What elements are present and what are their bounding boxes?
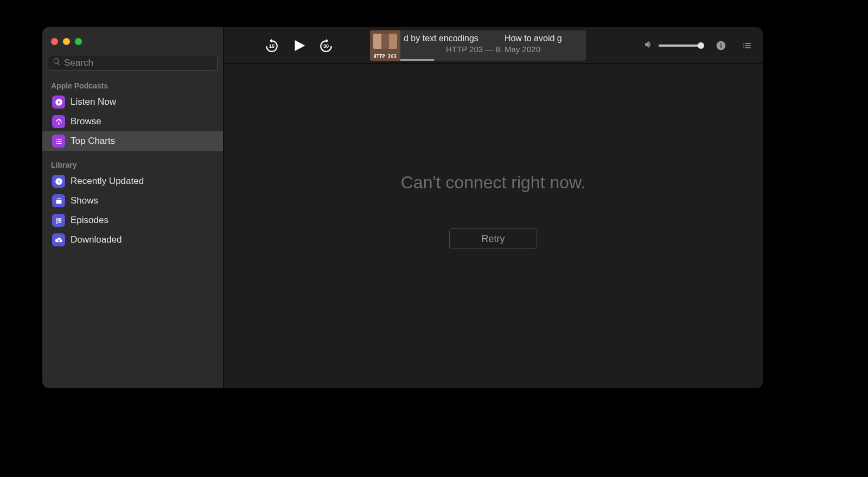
sidebar-item-top-charts[interactable]: Top Charts <box>42 131 223 151</box>
episode-title-marquee: d by text encodings How to avoid g <box>400 34 586 43</box>
connection-error-message: Can't connect right now. <box>401 173 586 193</box>
minimize-window-button[interactable] <box>63 38 70 45</box>
skip-back-button[interactable]: 15 <box>265 39 279 53</box>
sidebar: Apple Podcasts Listen Now Browse Top Cha… <box>42 27 224 388</box>
sidebar-item-shows[interactable]: Shows <box>44 191 221 211</box>
sidebar-section-header: Library <box>42 156 223 171</box>
retry-button[interactable]: Retry <box>449 228 537 249</box>
antenna-icon <box>52 115 65 128</box>
volume-slider[interactable] <box>659 44 701 47</box>
play-circle-icon <box>52 96 65 109</box>
sidebar-item-label: Downloaded <box>71 234 122 245</box>
volume-thumb[interactable] <box>698 42 704 49</box>
right-toolbar-controls <box>643 40 753 52</box>
episode-artwork: HTTP 203 <box>370 30 400 61</box>
sidebar-item-label: Listen Now <box>71 97 116 107</box>
toolbar: 15 30 HTTP 203 d by text encodings <box>224 27 763 64</box>
episode-date: 8. May 2020 <box>495 44 540 54</box>
show-name: HTTP 203 <box>446 44 483 54</box>
main-pane: 15 30 HTTP 203 d by text encodings <box>224 27 763 388</box>
now-playing-text: d by text encodings How to avoid g HTTP … <box>400 30 586 61</box>
stack-icon <box>52 194 65 207</box>
skip-forward-seconds: 30 <box>319 39 333 53</box>
volume-control[interactable] <box>643 40 701 52</box>
search-input[interactable] <box>64 58 213 68</box>
title-fragment-right: How to avoid g <box>505 34 562 43</box>
transport-controls: 15 30 <box>265 37 333 54</box>
playback-progress[interactable] <box>400 59 434 61</box>
sidebar-item-label: Recently Updated <box>71 176 144 187</box>
content-area: Can't connect right now. Retry <box>224 64 763 388</box>
title-fragment-left: d by text encodings <box>404 34 478 43</box>
search-field[interactable] <box>48 55 218 71</box>
sidebar-section-header: Apple Podcasts <box>42 77 223 92</box>
sidebar-item-label: Episodes <box>71 215 108 226</box>
sidebar-item-downloaded[interactable]: Downloaded <box>44 230 221 250</box>
sidebar-item-episodes[interactable]: Episodes <box>44 211 221 230</box>
fullscreen-window-button[interactable] <box>75 38 82 45</box>
search-icon <box>53 58 61 68</box>
info-button[interactable] <box>715 40 727 52</box>
cloud-download-icon <box>52 233 65 246</box>
list-icon <box>52 214 65 227</box>
sidebar-item-label: Browse <box>71 116 101 127</box>
artwork-label: HTTP 203 <box>371 54 400 59</box>
sidebar-item-label: Shows <box>71 195 98 206</box>
svg-rect-1 <box>720 44 722 48</box>
sidebar-item-browse[interactable]: Browse <box>44 112 221 131</box>
skip-back-seconds: 15 <box>265 39 279 53</box>
queue-button[interactable] <box>741 40 753 52</box>
close-window-button[interactable] <box>51 38 58 45</box>
episode-meta: HTTP 203 — 8. May 2020 <box>400 43 586 54</box>
sidebar-item-listen-now[interactable]: Listen Now <box>44 92 221 112</box>
skip-forward-button[interactable]: 30 <box>319 39 333 53</box>
numbered-list-icon <box>52 135 65 148</box>
sidebar-item-label: Top Charts <box>71 136 115 147</box>
now-playing[interactable]: HTTP 203 d by text encodings How to avoi… <box>370 30 586 61</box>
play-button[interactable] <box>291 37 307 54</box>
app-window: Apple Podcasts Listen Now Browse Top Cha… <box>42 27 763 388</box>
svg-point-2 <box>720 43 722 44</box>
sidebar-item-recently-updated[interactable]: Recently Updated <box>44 171 221 191</box>
clock-icon <box>52 175 65 188</box>
volume-icon <box>643 40 653 52</box>
window-controls <box>42 35 223 55</box>
